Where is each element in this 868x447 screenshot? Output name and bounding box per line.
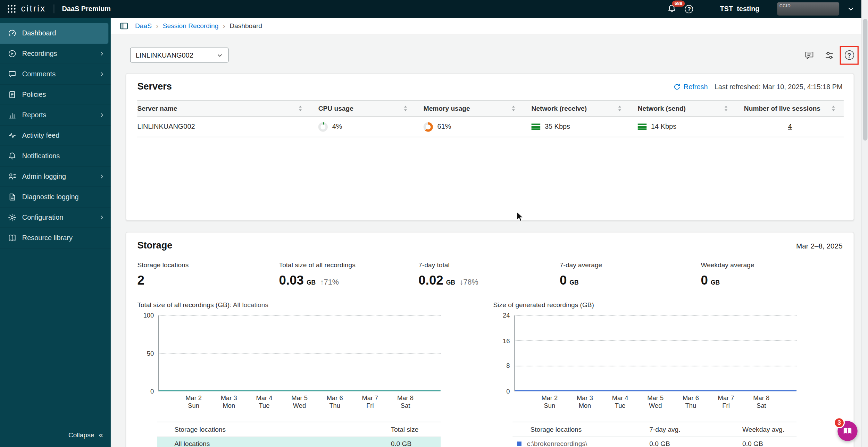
y-tick-label: 50 xyxy=(147,350,154,356)
chart-title: Total size of all recordings (GB): All l… xyxy=(137,301,441,309)
app-grid-icon[interactable] xyxy=(7,4,17,14)
column-header[interactable]: CPU usage xyxy=(310,101,416,116)
storage-card: Storage Mar 2–8, 2025 Storage locations … xyxy=(126,232,854,447)
servers-card: Servers Refresh Last refreshed: Mar 10, … xyxy=(126,73,854,221)
sidebar-item-reports[interactable]: Reports xyxy=(0,105,111,126)
breadcrumb-link-session-recording[interactable]: Session Recording xyxy=(163,22,219,29)
y-tick-label: 24 xyxy=(503,312,510,319)
sidebar-item-admin-logging[interactable]: Admin logging xyxy=(0,167,111,187)
y-tick-label: 100 xyxy=(143,312,154,319)
chevron-right-icon xyxy=(99,112,105,118)
x-axis-label: Mar 3Mon xyxy=(577,394,593,410)
gridline xyxy=(515,340,797,341)
guide-badge: 3 xyxy=(834,417,845,428)
network-bars-icon xyxy=(638,123,647,130)
sort-icon xyxy=(403,105,407,112)
notification-count-badge: 688 xyxy=(672,1,684,7)
generated-recordings-chart: Size of generated recordings (GB) 241680… xyxy=(493,301,797,413)
filter-settings-button[interactable] xyxy=(823,49,836,62)
table-row[interactable]: All locations 0.0 GB xyxy=(157,437,441,447)
account-selector[interactable]: CCID xyxy=(777,2,840,15)
sidebar-item-comments[interactable]: Comments xyxy=(0,64,111,85)
data-series-line xyxy=(515,390,797,391)
servers-title: Servers xyxy=(137,81,172,92)
help-icon: ? xyxy=(844,50,854,60)
sidebar-item-dashboard[interactable]: Dashboard xyxy=(0,23,109,44)
table-row[interactable]: c:\brokenrecordings\ 0.0 GB 0.0 GB xyxy=(512,437,796,447)
product-title: DaaS Premium xyxy=(62,5,111,12)
sidebar-item-label: Notifications xyxy=(22,152,105,160)
notifications-bell-button[interactable]: 688 xyxy=(667,4,677,14)
last-refreshed-text: Last refreshed: Mar 10, 2025, 4:15:18 PM xyxy=(715,83,843,91)
live-sessions-link[interactable]: 4 xyxy=(788,123,792,130)
x-axis-label: Mar 6Thu xyxy=(683,394,699,410)
network-receive-cell: 35 Kbps xyxy=(524,123,630,130)
servers-table: Server nameCPU usageMemory usageNetwork … xyxy=(137,100,843,137)
sidebar-item-recordings[interactable]: Recordings xyxy=(0,44,111,64)
column-header[interactable]: Network (receive) xyxy=(524,101,630,116)
x-axis-label: Mar 4Tue xyxy=(612,394,628,410)
table-header-row: Storage locations Total size xyxy=(157,422,441,437)
column-header[interactable]: Number of live sessions xyxy=(736,101,844,116)
network-receive-value: 35 Kbps xyxy=(545,123,570,130)
sidebar-nav: DashboardRecordingsCommentsPoliciesRepor… xyxy=(0,18,111,447)
sidebar-item-resource-library[interactable]: Resource library xyxy=(0,228,111,248)
sort-icon xyxy=(724,105,728,112)
sidebar-item-activity-feed[interactable]: Activity feed xyxy=(0,126,111,146)
header-help-icon[interactable]: ? xyxy=(685,5,693,13)
column-header[interactable]: Memory usage xyxy=(416,101,524,116)
y-tick-label: 0 xyxy=(506,388,510,395)
chevron-right-icon xyxy=(99,50,105,57)
memory-usage-value: 61% xyxy=(437,123,451,130)
breadcrumb-separator: › xyxy=(223,22,225,29)
sidebar-item-label: Resource library xyxy=(22,234,105,242)
sidebar-item-diagnostic-logging[interactable]: Diagnostic logging xyxy=(0,187,111,208)
storage-locations-table: Storage locations Total size All locatio… xyxy=(157,422,441,447)
sidebar-item-policies[interactable]: Policies xyxy=(0,85,111,105)
ccid-label: CCID xyxy=(779,3,791,8)
settings-sliders-icon xyxy=(824,50,834,60)
scrollbar-thumb[interactable] xyxy=(863,19,868,141)
sidebar-item-label: Dashboard xyxy=(22,29,103,37)
policies-icon xyxy=(8,90,17,99)
tenant-name: TST_testing xyxy=(720,5,759,12)
server-name-cell: LINLINKUANG002 xyxy=(137,123,310,130)
stat-total-size: Total size of all recordings 0.03GB↑71% xyxy=(279,261,419,288)
column-header[interactable]: Network (send) xyxy=(630,101,736,116)
seven-day-avg-cell: 0.0 GB xyxy=(649,440,742,447)
gridline xyxy=(515,365,797,366)
plot-area xyxy=(514,315,796,391)
sidebar-item-label: Configuration xyxy=(22,213,99,221)
sort-icon xyxy=(298,105,302,112)
breadcrumb-link-daas[interactable]: DaaS xyxy=(135,22,152,29)
feedback-comment-button[interactable] xyxy=(803,49,816,62)
network-send-cell: 14 Kbps xyxy=(630,123,736,130)
x-axis-label: Mar 7Fri xyxy=(718,394,734,410)
server-dropdown[interactable]: LINLINKUANG002 xyxy=(130,48,229,62)
account-chevron-down-icon[interactable] xyxy=(847,5,854,12)
column-header[interactable]: Server name xyxy=(137,101,310,116)
refresh-button[interactable]: Refresh xyxy=(673,83,708,91)
x-axis-label: Mar 8Sat xyxy=(397,394,414,410)
sidebar-item-label: Reports xyxy=(22,111,99,119)
table-row: LINLINKUANG002 4% 61% 35 Kbps xyxy=(137,117,843,137)
sidebar-collapse-button[interactable]: Collapse « xyxy=(0,430,111,447)
stat-storage-locations: Storage locations 2 xyxy=(137,261,279,288)
help-button[interactable]: ? xyxy=(843,49,856,62)
sidebar-item-notifications[interactable]: Notifications xyxy=(0,146,111,167)
memory-usage-cell: 61% xyxy=(416,122,524,132)
sidebar-item-configuration[interactable]: Configuration xyxy=(0,208,111,228)
main-content: DaaS › Session Recording › Dashboard LIN… xyxy=(111,18,868,447)
data-series-line xyxy=(159,390,441,391)
sort-icon xyxy=(511,105,515,112)
storage-title: Storage xyxy=(137,240,172,251)
x-axis-label: Mar 7Fri xyxy=(362,394,378,410)
cpu-donut-chart xyxy=(318,122,328,132)
x-axis-label: Mar 6Thu xyxy=(327,394,343,410)
panel-toggle-icon[interactable] xyxy=(119,21,128,30)
gridline xyxy=(159,315,441,316)
x-axis: Mar 2SunMar 3MonMar 4TueMar 5WedMar 6Thu… xyxy=(514,394,796,413)
x-axis-label: Mar 2Sun xyxy=(185,394,202,410)
network-bars-icon xyxy=(532,123,541,130)
refresh-icon xyxy=(673,83,681,91)
